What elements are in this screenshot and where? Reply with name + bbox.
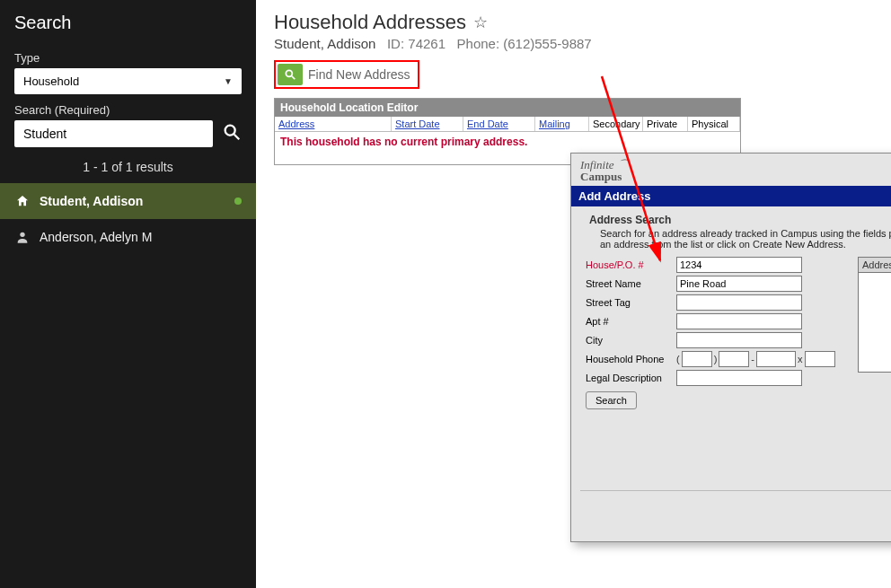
legal-label: Legal Description [586,373,671,383]
house-label: House/P.O. # [586,259,671,270]
address-list-body[interactable] [858,272,891,373]
page-title: Household Addresses [274,11,466,34]
house-input[interactable] [676,257,802,273]
apt-label: Apt # [586,316,671,327]
phone-ext-input[interactable] [805,351,835,367]
sidebar-result-person[interactable]: Anderson, Adelyn M [0,219,256,255]
person-icon [14,230,31,244]
id-value: 74261 [408,36,446,51]
street-input[interactable] [676,276,802,292]
col-start-date[interactable]: Start Date [392,117,463,131]
student-name: Student, Addison [274,36,375,51]
col-secondary: Secondary [589,117,643,131]
id-label: ID: [387,36,404,51]
address-search-desc: Search for an address already tracked in… [600,228,891,250]
search-icon [278,64,303,85]
add-address-dialog: Infinite ⌒ Campus ✕ Add Address Address … [570,153,891,542]
tag-input[interactable] [676,294,802,311]
phone-prefix-input[interactable] [719,351,749,367]
star-icon[interactable]: ☆ [473,13,488,32]
find-new-address-button[interactable]: Find New Address [274,60,419,89]
svg-line-4 [292,76,296,80]
phone-label-form: Household Phone [586,354,671,364]
address-results-list: Address [858,257,891,373]
address-search-title: Address Search [589,214,891,226]
city-input[interactable] [676,332,802,348]
main-panel: Household Addresses ☆ Student, Addison I… [256,0,891,588]
col-mailing[interactable]: Mailing [535,117,589,131]
editor-columns: Address Start Date End Date Mailing Seco… [275,117,740,132]
sidebar-result-household[interactable]: Student, Addison [0,183,256,219]
phone-area-input[interactable] [682,351,712,367]
legal-input[interactable] [676,370,802,386]
result-label: Student, Addison [40,194,143,208]
phone-value: (612)555-9887 [503,36,591,51]
result-label: Anderson, Adelyn M [40,230,152,244]
find-button-label: Find New Address [308,67,416,82]
svg-point-3 [286,70,292,76]
status-dot-icon [234,197,242,205]
col-private: Private [643,117,688,131]
col-address[interactable]: Address [275,117,392,131]
address-col-header: Address [858,257,891,272]
home-icon [14,194,31,208]
search-button[interactable]: Search [586,391,637,409]
col-end-date[interactable]: End Date [463,117,535,131]
city-label: City [586,335,671,346]
tag-label: Street Tag [586,297,671,308]
app-logo: Infinite ⌒ Campus [580,159,629,182]
col-physical: Physical [688,117,740,131]
phone-line-input[interactable] [756,351,796,367]
apt-input[interactable] [676,313,802,329]
phone-label: Phone: [457,36,500,51]
editor-title: Household Location Editor [275,99,740,117]
svg-point-2 [20,233,24,237]
dialog-title-bar: Add Address [571,186,891,206]
street-label: Street Name [586,278,671,289]
